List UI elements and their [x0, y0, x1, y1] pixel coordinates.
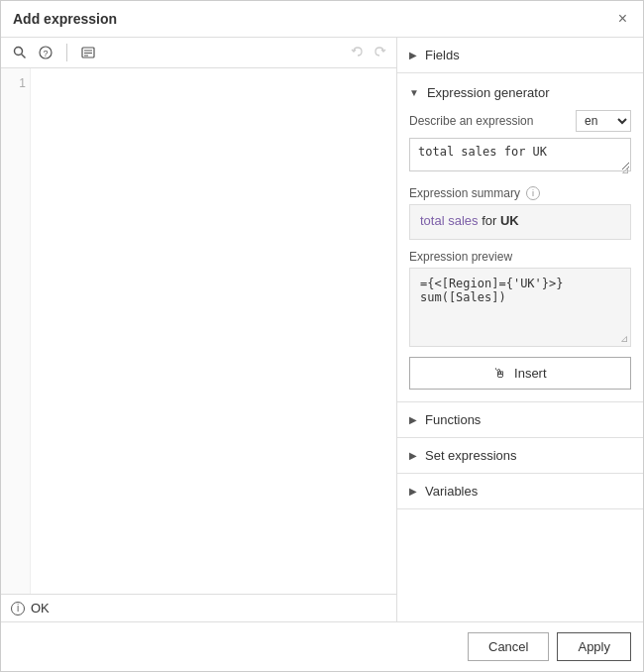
close-button[interactable]: × — [614, 9, 631, 29]
expression-generator-section: ▼ Expression generator Describe an expre… — [397, 73, 643, 402]
variables-title: Variables — [425, 484, 478, 499]
variables-section-header[interactable]: ▶ Variables — [397, 474, 643, 509]
apply-button[interactable]: Apply — [557, 632, 631, 661]
preview-content: ={<[Region]={'UK'}>} sum([Sales]) — [420, 277, 564, 304]
insert-label: Insert — [514, 366, 547, 381]
dialog-body: ? — [1, 38, 643, 621]
describe-input[interactable]: total sales for UK — [409, 138, 631, 171]
describe-input-wrapper: total sales for UK ⊿ — [409, 138, 631, 174]
editor-panel: ? — [1, 38, 397, 621]
svg-point-0 — [15, 48, 23, 56]
preview-section: Expression preview ={<[Region]={'UK'}>} … — [409, 250, 631, 347]
insert-button[interactable]: 🖱 Insert — [409, 357, 631, 390]
summary-for: for — [479, 213, 500, 228]
undo-icon[interactable] — [351, 45, 365, 61]
code-editor[interactable] — [31, 68, 396, 594]
eg-arrow: ▼ — [409, 87, 419, 98]
resize-handle-icon: ⊿ — [621, 165, 629, 172]
language-select[interactable]: en fr de — [576, 110, 631, 132]
functions-title: Functions — [425, 412, 481, 427]
dialog-header: Add expression × — [1, 1, 643, 38]
summary-uk: UK — [500, 213, 519, 228]
preview-box: ={<[Region]={'UK'}>} sum([Sales]) ⊿ — [409, 268, 631, 347]
search-icon[interactable] — [11, 44, 29, 61]
toolbar-divider — [66, 44, 67, 61]
help-icon[interactable]: ? — [37, 44, 54, 61]
summary-total-sales: total sales — [420, 213, 479, 228]
right-panel: ▶ Fields ▼ Expression generator Describe… — [397, 38, 643, 621]
editor-toolbar: ? — [1, 38, 396, 68]
svg-text:?: ? — [43, 49, 48, 58]
variables-arrow: ▶ — [409, 486, 417, 497]
summary-label-row: Expression summary i — [409, 186, 631, 200]
svg-line-1 — [22, 55, 26, 58]
preview-resize-icon: ⊿ — [620, 333, 628, 344]
eg-header[interactable]: ▼ Expression generator — [409, 85, 631, 100]
redo-icon[interactable] — [373, 45, 386, 61]
line-numbers: 1 — [1, 68, 31, 594]
summary-label-text: Expression summary — [409, 186, 520, 200]
insert-cursor-icon: 🖱 — [493, 366, 506, 381]
cancel-button[interactable]: Cancel — [468, 632, 549, 661]
eg-title: Expression generator — [427, 85, 550, 100]
summary-section: Expression summary i total sales for UK — [409, 186, 631, 240]
functions-section-header[interactable]: ▶ Functions — [397, 402, 643, 438]
set-expressions-title: Set expressions — [425, 448, 517, 463]
fields-section-header[interactable]: ▶ Fields — [397, 38, 643, 73]
describe-label: Describe an expression — [409, 114, 533, 128]
set-expressions-arrow: ▶ — [409, 450, 417, 461]
add-expression-dialog: Add expression × ? — [0, 0, 644, 672]
fields-arrow: ▶ — [409, 50, 417, 60]
ok-label: OK — [31, 601, 50, 616]
editor-area: 1 — [1, 68, 396, 594]
preview-label: Expression preview — [409, 250, 631, 264]
dialog-title: Add expression — [13, 11, 117, 27]
editor-footer: i OK — [1, 594, 396, 621]
fields-title: Fields — [425, 48, 460, 62]
describe-label-row: Describe an expression en fr de — [409, 110, 631, 132]
summary-info-icon[interactable]: i — [526, 186, 540, 200]
dialog-footer: Cancel Apply — [1, 621, 643, 671]
functions-arrow: ▶ — [409, 414, 417, 425]
comment-icon[interactable] — [79, 44, 97, 61]
set-expressions-section-header[interactable]: ▶ Set expressions — [397, 438, 643, 474]
summary-box: total sales for UK — [409, 204, 631, 240]
ok-info-icon: i — [11, 602, 25, 616]
